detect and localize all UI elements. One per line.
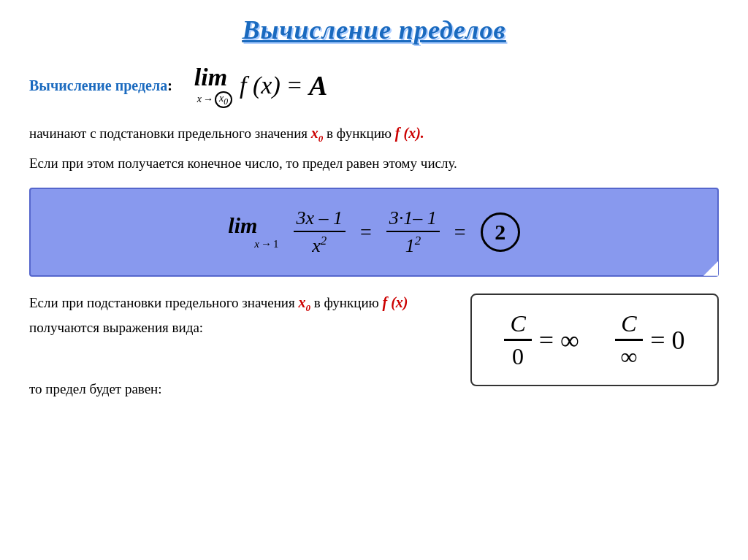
- x0-red-2: x0: [299, 294, 311, 310]
- fx-main: f (x): [240, 72, 280, 99]
- box-result-circle: 2: [481, 212, 520, 252]
- frac-c-over-0: C 0: [504, 310, 531, 371]
- box-lim-block: lim x → 1: [228, 213, 278, 250]
- body-paragraph-1: начинают с подстановки предельного значе…: [29, 121, 719, 147]
- box-equals-1: =: [360, 220, 372, 244]
- example-box: lim x → 1 3x – 1 x2 = 3·1– 1 12 = 2: [29, 188, 719, 277]
- box-lim-arrow: →: [261, 238, 272, 250]
- page-title: Вычисление пределов: [29, 15, 719, 45]
- box-fraction-1: 3x – 1 x2: [294, 207, 346, 257]
- fx-red-2: f (x): [383, 294, 408, 310]
- body-paragraph-2: Если при этом получается конечное число,…: [29, 153, 719, 174]
- lim-var: x: [197, 93, 202, 105]
- lim-arrow-main: →: [203, 93, 213, 105]
- main-limit-formula: lim x → x0 f (x) = A: [194, 64, 328, 108]
- equals-main: =: [288, 72, 302, 99]
- eq-infinity: = ∞: [539, 325, 579, 356]
- bottom-last-line: то предел будет равен:: [29, 377, 449, 401]
- eq-zero: = 0: [650, 325, 684, 356]
- lim-symbol: lim: [194, 64, 227, 91]
- bottom-section: Если при подстановки предельного значени…: [29, 290, 719, 402]
- box-fraction-2: 3·1– 1 12: [386, 207, 440, 257]
- fx-red-1: f (x).: [395, 125, 424, 141]
- bottom-text-block: Если при подстановки предельного значени…: [29, 290, 449, 402]
- x0-circled: x0: [215, 91, 232, 108]
- indeterminate-forms-box: C 0 = ∞ C ∞ = 0: [470, 294, 719, 387]
- section-label: Вычисление предела: [29, 77, 167, 93]
- box-equals-2: =: [454, 220, 466, 244]
- box-lim-symbol: lim: [228, 213, 257, 238]
- a-main: A: [309, 69, 327, 101]
- x0-red-1: x0: [311, 125, 324, 141]
- colon: :: [167, 77, 172, 93]
- frac-c-over-inf: C ∞: [614, 310, 643, 371]
- box-lim-x: x: [254, 238, 259, 250]
- box-lim-one: 1: [273, 238, 279, 250]
